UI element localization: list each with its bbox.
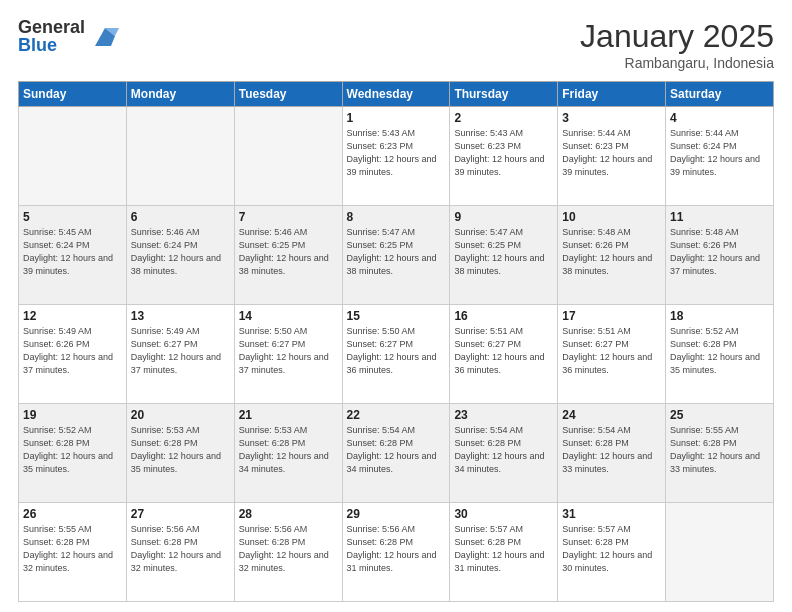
calendar-cell xyxy=(126,107,234,206)
day-number: 27 xyxy=(131,507,230,521)
calendar-cell: 21Sunrise: 5:53 AM Sunset: 6:28 PM Dayli… xyxy=(234,404,342,503)
col-header-saturday: Saturday xyxy=(666,82,774,107)
calendar-cell: 18Sunrise: 5:52 AM Sunset: 6:28 PM Dayli… xyxy=(666,305,774,404)
calendar-cell: 14Sunrise: 5:50 AM Sunset: 6:27 PM Dayli… xyxy=(234,305,342,404)
calendar-cell xyxy=(19,107,127,206)
day-number: 10 xyxy=(562,210,661,224)
day-number: 7 xyxy=(239,210,338,224)
day-number: 14 xyxy=(239,309,338,323)
calendar-cell: 13Sunrise: 5:49 AM Sunset: 6:27 PM Dayli… xyxy=(126,305,234,404)
day-info: Sunrise: 5:56 AM Sunset: 6:28 PM Dayligh… xyxy=(239,523,338,575)
calendar-cell xyxy=(666,503,774,602)
calendar-cell: 2Sunrise: 5:43 AM Sunset: 6:23 PM Daylig… xyxy=(450,107,558,206)
day-info: Sunrise: 5:46 AM Sunset: 6:24 PM Dayligh… xyxy=(131,226,230,278)
col-header-monday: Monday xyxy=(126,82,234,107)
day-number: 6 xyxy=(131,210,230,224)
day-info: Sunrise: 5:54 AM Sunset: 6:28 PM Dayligh… xyxy=(454,424,553,476)
calendar-week-row: 12Sunrise: 5:49 AM Sunset: 6:26 PM Dayli… xyxy=(19,305,774,404)
month-title: January 2025 xyxy=(580,18,774,55)
day-number: 1 xyxy=(347,111,446,125)
col-header-wednesday: Wednesday xyxy=(342,82,450,107)
day-info: Sunrise: 5:55 AM Sunset: 6:28 PM Dayligh… xyxy=(670,424,769,476)
logo-blue: Blue xyxy=(18,36,85,54)
day-info: Sunrise: 5:49 AM Sunset: 6:27 PM Dayligh… xyxy=(131,325,230,377)
col-header-sunday: Sunday xyxy=(19,82,127,107)
day-info: Sunrise: 5:57 AM Sunset: 6:28 PM Dayligh… xyxy=(562,523,661,575)
day-info: Sunrise: 5:50 AM Sunset: 6:27 PM Dayligh… xyxy=(239,325,338,377)
day-info: Sunrise: 5:49 AM Sunset: 6:26 PM Dayligh… xyxy=(23,325,122,377)
day-number: 26 xyxy=(23,507,122,521)
day-number: 11 xyxy=(670,210,769,224)
calendar-cell: 29Sunrise: 5:56 AM Sunset: 6:28 PM Dayli… xyxy=(342,503,450,602)
calendar-cell: 8Sunrise: 5:47 AM Sunset: 6:25 PM Daylig… xyxy=(342,206,450,305)
day-number: 21 xyxy=(239,408,338,422)
day-info: Sunrise: 5:57 AM Sunset: 6:28 PM Dayligh… xyxy=(454,523,553,575)
day-number: 16 xyxy=(454,309,553,323)
day-info: Sunrise: 5:50 AM Sunset: 6:27 PM Dayligh… xyxy=(347,325,446,377)
calendar-cell: 11Sunrise: 5:48 AM Sunset: 6:26 PM Dayli… xyxy=(666,206,774,305)
day-info: Sunrise: 5:52 AM Sunset: 6:28 PM Dayligh… xyxy=(23,424,122,476)
calendar-cell: 9Sunrise: 5:47 AM Sunset: 6:25 PM Daylig… xyxy=(450,206,558,305)
day-number: 24 xyxy=(562,408,661,422)
day-number: 12 xyxy=(23,309,122,323)
day-info: Sunrise: 5:43 AM Sunset: 6:23 PM Dayligh… xyxy=(347,127,446,179)
day-info: Sunrise: 5:45 AM Sunset: 6:24 PM Dayligh… xyxy=(23,226,122,278)
day-info: Sunrise: 5:48 AM Sunset: 6:26 PM Dayligh… xyxy=(562,226,661,278)
day-number: 28 xyxy=(239,507,338,521)
day-info: Sunrise: 5:54 AM Sunset: 6:28 PM Dayligh… xyxy=(347,424,446,476)
calendar-header-row: SundayMondayTuesdayWednesdayThursdayFrid… xyxy=(19,82,774,107)
header: General Blue January 2025 Rambangaru, In… xyxy=(18,18,774,71)
day-info: Sunrise: 5:56 AM Sunset: 6:28 PM Dayligh… xyxy=(347,523,446,575)
day-info: Sunrise: 5:56 AM Sunset: 6:28 PM Dayligh… xyxy=(131,523,230,575)
logo-icon xyxy=(91,22,119,50)
calendar-cell: 3Sunrise: 5:44 AM Sunset: 6:23 PM Daylig… xyxy=(558,107,666,206)
calendar-week-row: 19Sunrise: 5:52 AM Sunset: 6:28 PM Dayli… xyxy=(19,404,774,503)
calendar-cell: 30Sunrise: 5:57 AM Sunset: 6:28 PM Dayli… xyxy=(450,503,558,602)
day-number: 3 xyxy=(562,111,661,125)
calendar-cell xyxy=(234,107,342,206)
calendar-cell: 17Sunrise: 5:51 AM Sunset: 6:27 PM Dayli… xyxy=(558,305,666,404)
day-number: 2 xyxy=(454,111,553,125)
day-info: Sunrise: 5:43 AM Sunset: 6:23 PM Dayligh… xyxy=(454,127,553,179)
day-info: Sunrise: 5:47 AM Sunset: 6:25 PM Dayligh… xyxy=(347,226,446,278)
calendar-cell: 5Sunrise: 5:45 AM Sunset: 6:24 PM Daylig… xyxy=(19,206,127,305)
calendar-week-row: 26Sunrise: 5:55 AM Sunset: 6:28 PM Dayli… xyxy=(19,503,774,602)
logo-general: General xyxy=(18,18,85,36)
day-number: 23 xyxy=(454,408,553,422)
day-number: 22 xyxy=(347,408,446,422)
day-number: 18 xyxy=(670,309,769,323)
calendar-cell: 10Sunrise: 5:48 AM Sunset: 6:26 PM Dayli… xyxy=(558,206,666,305)
calendar-cell: 28Sunrise: 5:56 AM Sunset: 6:28 PM Dayli… xyxy=(234,503,342,602)
day-number: 31 xyxy=(562,507,661,521)
day-number: 29 xyxy=(347,507,446,521)
location-subtitle: Rambangaru, Indonesia xyxy=(580,55,774,71)
day-info: Sunrise: 5:55 AM Sunset: 6:28 PM Dayligh… xyxy=(23,523,122,575)
day-number: 25 xyxy=(670,408,769,422)
calendar-cell: 15Sunrise: 5:50 AM Sunset: 6:27 PM Dayli… xyxy=(342,305,450,404)
day-number: 20 xyxy=(131,408,230,422)
day-number: 5 xyxy=(23,210,122,224)
calendar-cell: 26Sunrise: 5:55 AM Sunset: 6:28 PM Dayli… xyxy=(19,503,127,602)
day-number: 15 xyxy=(347,309,446,323)
calendar-cell: 19Sunrise: 5:52 AM Sunset: 6:28 PM Dayli… xyxy=(19,404,127,503)
calendar-cell: 20Sunrise: 5:53 AM Sunset: 6:28 PM Dayli… xyxy=(126,404,234,503)
calendar-week-row: 1Sunrise: 5:43 AM Sunset: 6:23 PM Daylig… xyxy=(19,107,774,206)
calendar-table: SundayMondayTuesdayWednesdayThursdayFrid… xyxy=(18,81,774,602)
calendar-cell: 27Sunrise: 5:56 AM Sunset: 6:28 PM Dayli… xyxy=(126,503,234,602)
logo: General Blue xyxy=(18,18,119,54)
day-info: Sunrise: 5:54 AM Sunset: 6:28 PM Dayligh… xyxy=(562,424,661,476)
day-number: 17 xyxy=(562,309,661,323)
calendar-cell: 25Sunrise: 5:55 AM Sunset: 6:28 PM Dayli… xyxy=(666,404,774,503)
calendar-cell: 24Sunrise: 5:54 AM Sunset: 6:28 PM Dayli… xyxy=(558,404,666,503)
calendar-cell: 4Sunrise: 5:44 AM Sunset: 6:24 PM Daylig… xyxy=(666,107,774,206)
logo-text: General Blue xyxy=(18,18,85,54)
col-header-tuesday: Tuesday xyxy=(234,82,342,107)
day-number: 30 xyxy=(454,507,553,521)
day-info: Sunrise: 5:46 AM Sunset: 6:25 PM Dayligh… xyxy=(239,226,338,278)
day-number: 13 xyxy=(131,309,230,323)
day-number: 19 xyxy=(23,408,122,422)
calendar-week-row: 5Sunrise: 5:45 AM Sunset: 6:24 PM Daylig… xyxy=(19,206,774,305)
page: General Blue January 2025 Rambangaru, In… xyxy=(0,0,792,612)
calendar-cell: 23Sunrise: 5:54 AM Sunset: 6:28 PM Dayli… xyxy=(450,404,558,503)
day-number: 9 xyxy=(454,210,553,224)
